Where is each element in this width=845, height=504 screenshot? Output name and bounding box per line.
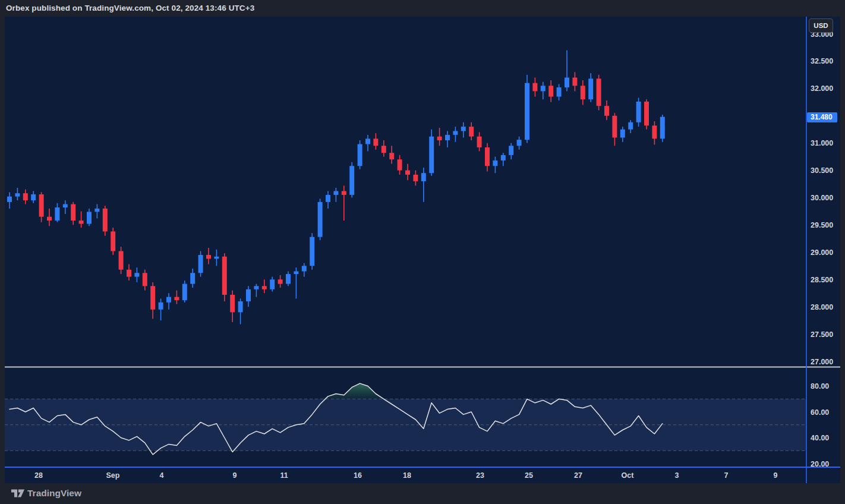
candle[interactable] [453, 127, 458, 142]
candle[interactable] [588, 73, 593, 102]
candle[interactable] [612, 113, 617, 146]
candle-body [572, 77, 577, 86]
candle[interactable] [47, 209, 52, 226]
candle[interactable] [557, 84, 562, 101]
candle[interactable] [660, 115, 665, 142]
candle[interactable] [166, 293, 171, 310]
candle[interactable] [294, 267, 298, 298]
candle[interactable] [39, 192, 44, 222]
candle[interactable] [302, 263, 307, 277]
candle-body [254, 286, 258, 289]
candle[interactable] [429, 130, 434, 176]
candle[interactable] [342, 185, 346, 220]
candle[interactable] [238, 298, 243, 324]
candle[interactable] [198, 251, 203, 277]
candle[interactable] [398, 155, 402, 175]
candle[interactable] [636, 97, 641, 127]
candle[interactable] [421, 168, 426, 202]
candle[interactable] [214, 250, 219, 266]
candle[interactable] [134, 267, 139, 282]
candle[interactable] [349, 162, 354, 198]
candle[interactable] [270, 277, 275, 292]
candle[interactable] [485, 143, 490, 172]
candle[interactable] [326, 191, 330, 208]
candle[interactable] [437, 128, 442, 146]
candle[interactable] [159, 298, 163, 320]
candle[interactable] [501, 153, 506, 166]
candle[interactable] [63, 200, 68, 214]
candle[interactable] [71, 202, 75, 225]
candle[interactable] [310, 233, 314, 270]
candle[interactable] [445, 131, 450, 147]
candle[interactable] [405, 164, 410, 181]
candle[interactable] [111, 228, 115, 255]
candle[interactable] [94, 204, 99, 219]
candle[interactable] [365, 135, 370, 152]
candle-body [238, 301, 243, 312]
candle[interactable] [182, 281, 187, 303]
candle-body [365, 138, 370, 144]
candle[interactable] [413, 171, 418, 186]
candle[interactable] [541, 82, 546, 99]
candle[interactable] [222, 253, 227, 301]
candle[interactable] [230, 291, 235, 322]
candle[interactable] [493, 157, 497, 174]
candle[interactable] [604, 100, 609, 120]
chart-canvas[interactable]: 33.00032.50032.00031.00030.50030.00029.5… [5, 17, 840, 483]
candle[interactable] [286, 271, 291, 286]
candle[interactable] [143, 270, 147, 291]
candle-body [541, 86, 546, 91]
candle[interactable] [254, 284, 258, 297]
candle[interactable] [87, 209, 92, 226]
candle[interactable] [127, 264, 131, 281]
candle[interactable] [150, 282, 155, 319]
candle[interactable] [597, 75, 601, 111]
candle[interactable] [55, 203, 59, 222]
candle[interactable] [581, 80, 585, 105]
candle[interactable] [103, 206, 108, 236]
candle[interactable] [358, 140, 362, 169]
candle[interactable] [23, 190, 28, 204]
candle[interactable] [509, 143, 513, 160]
candle[interactable] [532, 77, 537, 96]
candle[interactable] [246, 286, 251, 307]
candle[interactable] [477, 132, 482, 151]
candle-body [127, 270, 131, 277]
candle[interactable] [565, 51, 569, 92]
candle[interactable] [318, 199, 323, 240]
candle[interactable] [572, 72, 577, 91]
candle[interactable] [174, 291, 179, 304]
candle-body [159, 303, 163, 310]
candle[interactable] [7, 192, 12, 209]
candle-body [628, 122, 633, 130]
candle[interactable] [333, 188, 338, 202]
candle[interactable] [79, 211, 84, 228]
candle[interactable] [644, 99, 649, 130]
candle[interactable] [469, 122, 474, 140]
price-axis-drag-area[interactable] [806, 17, 840, 467]
candle[interactable] [620, 127, 625, 142]
candle[interactable] [278, 275, 283, 288]
currency-toggle-button[interactable]: USD [809, 18, 833, 33]
candle[interactable] [517, 137, 522, 150]
candle[interactable] [381, 140, 386, 157]
candle[interactable] [373, 133, 378, 150]
candle[interactable] [461, 122, 466, 138]
candle[interactable] [206, 248, 211, 264]
candle-body [119, 251, 124, 270]
candle[interactable] [389, 146, 394, 163]
candle[interactable] [525, 75, 529, 143]
candle[interactable] [262, 279, 267, 293]
candle[interactable] [31, 191, 36, 203]
candle[interactable] [548, 80, 553, 102]
candle[interactable] [15, 188, 20, 200]
time-axis-drag-area[interactable] [5, 467, 840, 483]
candle[interactable] [119, 247, 124, 274]
candle[interactable] [190, 269, 195, 288]
candle[interactable] [628, 120, 633, 133]
candle[interactable] [652, 121, 657, 144]
tradingview-logo-icon[interactable] [11, 488, 25, 499]
candles-series [7, 51, 665, 325]
candle-body [381, 146, 386, 153]
tradingview-brand-text[interactable]: TradingView [27, 488, 81, 499]
